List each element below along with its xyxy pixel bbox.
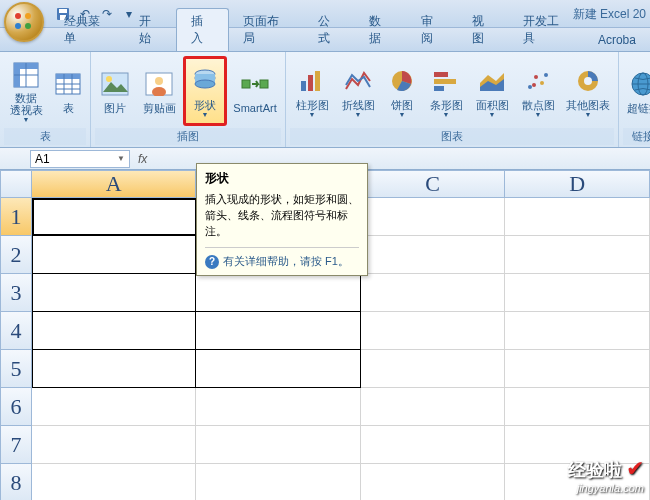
scatter-chart-button[interactable]: 散点图 ▼ (516, 56, 560, 126)
row-header-1[interactable]: 1 (0, 198, 32, 236)
cell[interactable] (361, 236, 506, 274)
cell[interactable] (505, 274, 650, 312)
tab-home[interactable]: 开始 (125, 9, 176, 51)
office-button[interactable] (4, 2, 44, 42)
chevron-down-icon: ▼ (399, 111, 406, 118)
cell[interactable] (505, 312, 650, 350)
cell[interactable] (32, 426, 197, 464)
svg-point-1 (25, 13, 31, 19)
svg-point-2 (15, 23, 21, 29)
area-chart-icon (476, 65, 508, 97)
cell[interactable] (196, 274, 360, 312)
cell[interactable] (196, 388, 361, 426)
tab-review[interactable]: 审阅 (407, 9, 458, 51)
cell[interactable] (361, 426, 506, 464)
row-header-7[interactable]: 7 (0, 426, 32, 464)
svg-rect-27 (242, 80, 250, 88)
cell[interactable] (361, 274, 506, 312)
row-header-2[interactable]: 2 (0, 236, 32, 274)
row-header-6[interactable]: 6 (0, 388, 32, 426)
chevron-down-icon: ▼ (489, 111, 496, 118)
clipart-button[interactable]: 剪贴画 (137, 56, 181, 126)
cell[interactable] (32, 236, 197, 274)
tab-view[interactable]: 视图 (458, 9, 509, 51)
cell[interactable] (32, 198, 197, 236)
row-header-8[interactable]: 8 (0, 464, 32, 500)
tab-formulas[interactable]: 公式 (304, 9, 355, 51)
cell[interactable] (196, 426, 361, 464)
svg-rect-35 (434, 86, 444, 91)
cell[interactable] (505, 388, 650, 426)
svg-point-40 (532, 83, 536, 87)
svg-rect-28 (260, 80, 268, 88)
tab-data[interactable]: 数据 (355, 9, 406, 51)
check-icon: ✔ (626, 456, 644, 481)
line-chart-icon (342, 65, 374, 97)
help-icon: ? (205, 255, 219, 269)
cell[interactable] (196, 464, 361, 500)
globe-icon (627, 68, 650, 100)
picture-icon (99, 68, 131, 100)
ribbon-tabs: 经典菜单 开始 插入 页面布局 公式 数据 审阅 视图 开发工具 Acroba (0, 28, 650, 52)
window-title: 新建 Excel 20 (573, 6, 646, 23)
tab-page-layout[interactable]: 页面布局 (229, 9, 304, 51)
cell[interactable] (32, 312, 197, 350)
svg-point-0 (15, 13, 21, 19)
shapes-button[interactable]: 形状 ▼ (183, 56, 227, 126)
pie-chart-icon (386, 65, 418, 97)
watermark: 经验啦 ✔ jingyanla.com (568, 456, 644, 494)
col-header-c[interactable]: C (361, 170, 506, 198)
group-label-links: 链接 (623, 128, 650, 145)
cell[interactable] (32, 274, 197, 312)
line-chart-button[interactable]: 折线图 ▼ (336, 56, 380, 126)
name-box[interactable]: A1 ▼ (30, 150, 130, 168)
svg-point-42 (584, 77, 592, 85)
cell[interactable] (361, 198, 506, 236)
col-header-a[interactable]: A (32, 170, 197, 198)
row-header-3[interactable]: 3 (0, 274, 32, 312)
column-chart-button[interactable]: 柱形图 ▼ (290, 56, 334, 126)
cell[interactable] (361, 312, 506, 350)
group-links: 超链接 链接 (619, 52, 650, 147)
hyperlink-button[interactable]: 超链接 (623, 56, 650, 126)
pie-chart-button[interactable]: 饼图 ▼ (382, 56, 422, 126)
chevron-down-icon: ▼ (309, 111, 316, 118)
shapes-tooltip: 形状 插入现成的形状，如矩形和圆、箭头、线条、流程图符号和标注。 ? 有关详细帮… (196, 163, 368, 276)
chevron-down-icon: ▼ (202, 111, 209, 118)
tooltip-title: 形状 (205, 170, 359, 187)
col-header-d[interactable]: D (505, 170, 650, 198)
tab-acrobat[interactable]: Acroba (584, 29, 650, 51)
select-all-corner[interactable] (0, 170, 32, 198)
picture-button[interactable]: 图片 (95, 56, 135, 126)
pivot-table-button[interactable]: 数据 透视表 ▼ (4, 56, 48, 126)
group-label-charts: 图表 (290, 128, 614, 145)
cell[interactable] (361, 464, 506, 500)
row-header-5[interactable]: 5 (0, 350, 32, 388)
svg-rect-13 (56, 74, 80, 79)
cell[interactable] (196, 350, 360, 388)
tab-classic-menu[interactable]: 经典菜单 (50, 9, 125, 51)
tab-insert[interactable]: 插入 (176, 8, 229, 51)
cell[interactable] (361, 350, 506, 388)
bar-chart-button[interactable]: 条形图 ▼ (424, 56, 468, 126)
cell[interactable] (361, 388, 506, 426)
cell[interactable] (505, 236, 650, 274)
cell[interactable] (32, 464, 197, 500)
other-charts-button[interactable]: 其他图表 ▼ (562, 56, 614, 126)
svg-point-37 (534, 75, 538, 79)
cell[interactable] (196, 312, 360, 350)
cell[interactable] (505, 350, 650, 388)
cell[interactable] (505, 198, 650, 236)
cell[interactable] (32, 350, 197, 388)
cell[interactable] (32, 388, 197, 426)
area-chart-button[interactable]: 面积图 ▼ (470, 56, 514, 126)
smartart-button[interactable]: SmartArt (229, 56, 281, 126)
tooltip-help: ? 有关详细帮助，请按 F1。 (205, 247, 359, 269)
table-icon (52, 68, 84, 100)
fx-icon[interactable]: fx (138, 152, 147, 166)
svg-point-36 (528, 85, 532, 89)
svg-point-19 (106, 76, 112, 82)
row-header-4[interactable]: 4 (0, 312, 32, 350)
table-button[interactable]: 表 (50, 56, 86, 126)
group-charts: 柱形图 ▼ 折线图 ▼ 饼图 ▼ 条形图 ▼ 面积图 ▼ (286, 52, 619, 147)
